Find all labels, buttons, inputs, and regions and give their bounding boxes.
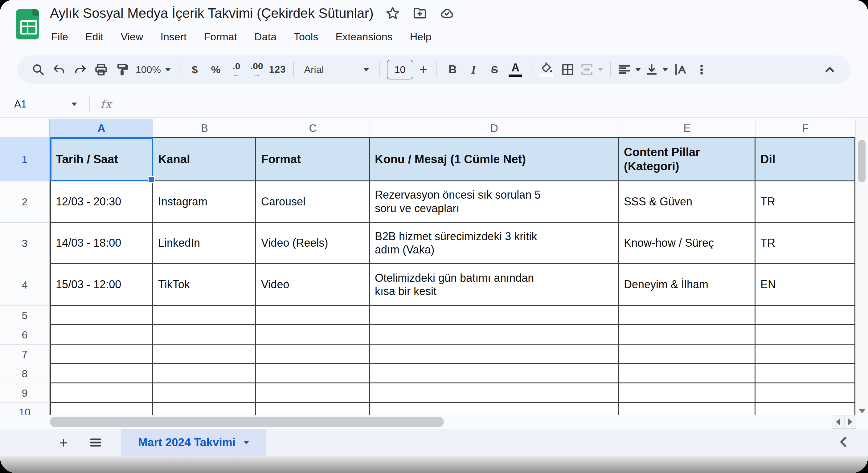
italic-button[interactable]: I bbox=[465, 60, 482, 79]
number-format-button[interactable]: 123 bbox=[269, 60, 286, 79]
cell-B9[interactable] bbox=[153, 383, 256, 403]
paint-format-icon[interactable] bbox=[114, 60, 130, 79]
cell-A1[interactable]: Tarih / Saat bbox=[50, 137, 153, 181]
cell-B5[interactable] bbox=[153, 306, 256, 325]
cell-F4[interactable]: EN bbox=[755, 264, 855, 306]
cell-A4[interactable]: 15/03 - 12:00 bbox=[50, 264, 153, 306]
cell-C8[interactable] bbox=[256, 364, 370, 383]
menu-insert[interactable]: Insert bbox=[158, 30, 188, 44]
cell-C2[interactable]: Carousel bbox=[256, 181, 370, 223]
cell-B7[interactable] bbox=[153, 345, 256, 364]
horizontal-align-icon[interactable] bbox=[618, 60, 641, 79]
cell-B6[interactable] bbox=[153, 325, 256, 345]
cell-F1[interactable]: Dil bbox=[755, 137, 855, 181]
cell-F9[interactable] bbox=[755, 383, 855, 403]
formula-input[interactable] bbox=[112, 91, 868, 117]
cell-A8[interactable] bbox=[50, 364, 153, 383]
cell-E8[interactable] bbox=[619, 364, 755, 383]
cell-E1[interactable]: Content Pillar (Kategori) bbox=[619, 137, 755, 181]
cell-D6[interactable] bbox=[370, 325, 619, 345]
cell-E6[interactable] bbox=[619, 325, 755, 345]
cell-B10[interactable] bbox=[153, 403, 256, 415]
column-header-F[interactable]: F bbox=[755, 119, 855, 137]
document-title[interactable]: Aylık Sosyal Medya İçerik Takvimi (Çekir… bbox=[50, 5, 374, 21]
cell-C10[interactable] bbox=[256, 403, 370, 415]
row-header-10[interactable]: 10 bbox=[0, 403, 50, 415]
cell-D10[interactable] bbox=[370, 403, 619, 415]
cell-E10[interactable] bbox=[619, 403, 755, 415]
row-header-2[interactable]: 2 bbox=[0, 181, 50, 223]
cell-B8[interactable] bbox=[153, 364, 256, 383]
cell-E2[interactable]: SSS & Güven bbox=[619, 181, 755, 223]
cell-D5[interactable] bbox=[370, 306, 619, 325]
redo-icon[interactable] bbox=[72, 60, 89, 79]
column-header-C[interactable]: C bbox=[256, 119, 370, 137]
cell-E7[interactable] bbox=[619, 345, 755, 364]
scroll-right-button[interactable] bbox=[844, 415, 856, 429]
menu-view[interactable]: View bbox=[119, 30, 145, 44]
vertical-align-icon[interactable] bbox=[645, 60, 668, 79]
sheet-tab-active[interactable]: Mart 2024 Takvimi bbox=[121, 429, 266, 457]
star-icon[interactable] bbox=[385, 6, 400, 21]
name-box[interactable]: A1 bbox=[0, 98, 77, 110]
sheets-logo-icon[interactable] bbox=[16, 9, 39, 39]
format-percent-button[interactable]: % bbox=[208, 60, 224, 79]
all-sheets-icon[interactable] bbox=[86, 436, 105, 449]
undo-icon[interactable] bbox=[51, 60, 67, 79]
cell-E3[interactable]: Know-how / Süreç bbox=[619, 223, 755, 264]
cell-B4[interactable]: TikTok bbox=[153, 264, 256, 306]
add-sheet-button[interactable]: + bbox=[54, 434, 73, 451]
row-header-9[interactable]: 9 bbox=[0, 383, 50, 403]
cell-D1[interactable]: Konu / Mesaj (1 Cümle Net) bbox=[370, 137, 619, 181]
strikethrough-button[interactable]: S bbox=[486, 60, 503, 79]
cell-F3[interactable]: TR bbox=[755, 223, 855, 264]
scroll-left-button[interactable] bbox=[832, 415, 844, 429]
column-header-D[interactable]: D bbox=[370, 119, 619, 137]
column-header-E[interactable]: E bbox=[619, 119, 755, 137]
row-header-3[interactable]: 3 bbox=[0, 223, 50, 264]
cell-C5[interactable] bbox=[256, 306, 370, 325]
cell-E4[interactable]: Deneyim & İlham bbox=[619, 264, 755, 306]
text-color-button[interactable]: A bbox=[507, 60, 524, 79]
cell-C9[interactable] bbox=[256, 383, 370, 403]
horizontal-scrollbar-thumb[interactable] bbox=[50, 417, 444, 427]
cell-B2[interactable]: Instagram bbox=[153, 181, 256, 223]
menu-tools[interactable]: Tools bbox=[292, 30, 320, 44]
zoom-select[interactable]: 100% bbox=[135, 64, 171, 75]
cell-A3[interactable]: 14/03 - 18:00 bbox=[50, 223, 153, 264]
menu-help[interactable]: Help bbox=[408, 30, 433, 44]
cell-F10[interactable] bbox=[755, 403, 855, 415]
cell-A7[interactable] bbox=[50, 345, 153, 364]
column-header-B[interactable]: B bbox=[153, 119, 256, 137]
select-all-corner[interactable] bbox=[0, 119, 50, 137]
row-header-5[interactable]: 5 bbox=[0, 306, 50, 325]
cell-C1[interactable]: Format bbox=[256, 137, 370, 181]
cell-A2[interactable]: 12/03 - 20:30 bbox=[50, 181, 153, 223]
cell-A9[interactable] bbox=[50, 383, 153, 403]
cell-D2[interactable]: Rezervasyon öncesi sık sorulan 5 soru ve… bbox=[370, 181, 619, 223]
menu-edit[interactable]: Edit bbox=[84, 30, 105, 44]
horizontal-scrollbar[interactable] bbox=[0, 415, 868, 429]
font-size-input[interactable]: 10 bbox=[387, 60, 413, 79]
row-header-1[interactable]: 1 bbox=[0, 137, 50, 181]
cell-D9[interactable] bbox=[370, 383, 619, 403]
cell-D7[interactable] bbox=[370, 345, 619, 364]
row-header-8[interactable]: 8 bbox=[0, 364, 50, 383]
cell-C4[interactable]: Video bbox=[256, 264, 370, 306]
borders-icon[interactable] bbox=[559, 60, 576, 79]
cell-A5[interactable] bbox=[50, 306, 153, 325]
more-options-button[interactable]: ⋮ bbox=[693, 60, 710, 79]
cell-D8[interactable] bbox=[370, 364, 619, 383]
vertical-scrollbar-thumb[interactable] bbox=[858, 140, 866, 182]
cell-B1[interactable]: Kanal bbox=[153, 137, 256, 181]
font-family-select[interactable]: Arial bbox=[301, 64, 372, 75]
cell-C3[interactable]: Video (Reels) bbox=[256, 223, 370, 264]
menu-format[interactable]: Format bbox=[202, 30, 239, 44]
cell-F6[interactable] bbox=[755, 325, 855, 345]
cell-E9[interactable] bbox=[619, 383, 755, 403]
text-rotation-icon[interactable] bbox=[672, 60, 689, 79]
vertical-scrollbar[interactable] bbox=[855, 119, 868, 415]
cell-C7[interactable] bbox=[256, 345, 370, 364]
cell-A10[interactable] bbox=[50, 403, 153, 415]
cell-F8[interactable] bbox=[755, 364, 855, 383]
